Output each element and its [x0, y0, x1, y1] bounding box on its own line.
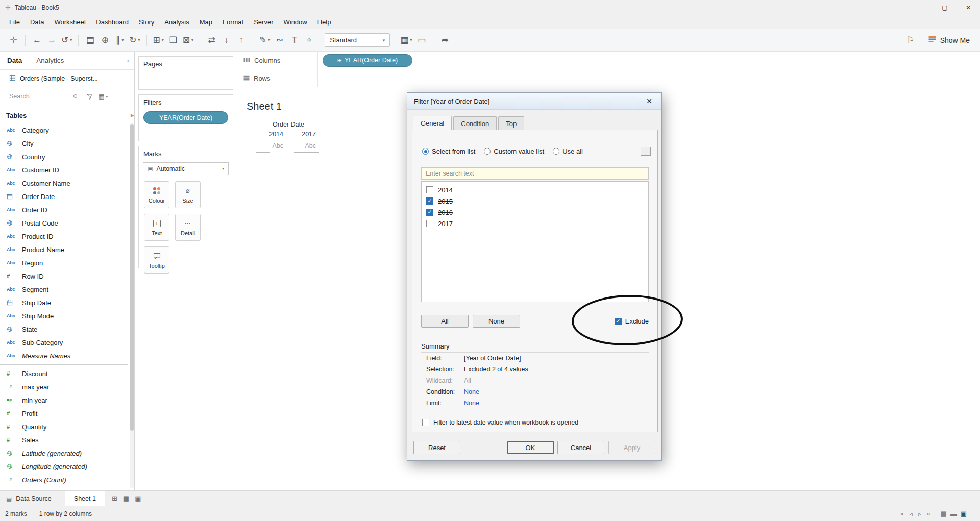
checkbox[interactable]: [422, 419, 429, 426]
value-item-2016[interactable]: 2016: [422, 207, 648, 218]
field-discount[interactable]: #Discount: [0, 367, 134, 380]
field-ship-mode[interactable]: AbcShip Mode: [0, 309, 134, 322]
tab-analytics[interactable]: Analytics: [29, 52, 71, 69]
field-min-year[interactable]: =#min year: [0, 393, 134, 407]
close-icon[interactable]: ✕: [644, 96, 655, 106]
rows-shelf-content[interactable]: [318, 69, 980, 87]
run-auto-updates-icon[interactable]: ↻▾: [127, 33, 142, 48]
field-customer-id[interactable]: AbcCustomer ID: [0, 163, 134, 177]
mark-type-select[interactable]: ▣ Automatic ▾: [143, 162, 229, 175]
sort-descending-icon[interactable]: ↑: [234, 33, 249, 48]
sort-ascending-icon[interactable]: ↓: [219, 33, 234, 48]
none-button[interactable]: None: [473, 315, 520, 328]
field-segment[interactable]: AbcSegment: [0, 283, 134, 296]
revert-icon[interactable]: ↺▾: [59, 33, 74, 48]
dialog-search-input[interactable]: Enter search text: [421, 167, 649, 180]
field-longitude-generated[interactable]: Longitude (generated): [0, 460, 134, 473]
group-members-icon[interactable]: ∾: [272, 33, 287, 48]
rows-shelf[interactable]: Rows: [236, 69, 980, 87]
all-button[interactable]: All: [421, 315, 469, 328]
search-input[interactable]: Search: [6, 91, 82, 102]
pause-auto-updates-icon[interactable]: ∥▾: [112, 33, 127, 48]
apply-button[interactable]: Apply: [608, 441, 655, 454]
scrollbar[interactable]: [130, 123, 134, 488]
viz-cell[interactable]: Abc: [288, 140, 321, 152]
field-category[interactable]: AbcCategory: [0, 123, 134, 137]
highlight-icon[interactable]: ✎▾: [257, 33, 272, 48]
field-quantity[interactable]: #Quantity: [0, 420, 134, 433]
field-ship-date[interactable]: Ship Date: [0, 296, 134, 309]
marks-button-tooltip[interactable]: Tooltip: [144, 246, 169, 274]
dialog-title-bar[interactable]: Filter [Year of Order Date] ✕: [407, 93, 662, 110]
radio-select-from-list[interactable]: Select from list: [422, 147, 475, 155]
dialog-tab-general[interactable]: General: [413, 116, 452, 130]
show-me-button[interactable]: Show Me: [928, 36, 974, 44]
share-workbook-icon[interactable]: ➦: [437, 33, 452, 48]
marks-button-detail[interactable]: •••Detail: [175, 214, 201, 241]
field-orders-count[interactable]: =#Orders (Count): [0, 473, 134, 486]
show-sheet-sorter-icon[interactable]: ▣: [961, 510, 967, 517]
dialog-tab-top[interactable]: Top: [498, 116, 524, 130]
show-mark-labels-icon[interactable]: T: [287, 33, 302, 48]
duplicate-sheet-icon[interactable]: ❏: [166, 33, 181, 48]
datasource-item[interactable]: Orders (Sample - Superst...: [0, 70, 134, 87]
value-item-2014[interactable]: 2014: [422, 184, 648, 195]
field-row-id[interactable]: #Row ID: [0, 269, 134, 283]
first-sheet-icon[interactable]: «: [900, 510, 904, 517]
columns-shelf[interactable]: Columns ⊞ YEAR(Order Date): [236, 52, 980, 69]
menu-analysis[interactable]: Analysis: [159, 16, 194, 29]
checkbox[interactable]: [426, 220, 433, 227]
columns-shelf-content[interactable]: ⊞ YEAR(Order Date): [318, 52, 980, 69]
field-postal-code[interactable]: Postal Code: [0, 216, 134, 230]
maximize-icon[interactable]: ▢: [933, 0, 957, 15]
tab-data[interactable]: Data: [0, 52, 29, 69]
list-menu-icon[interactable]: ≡: [641, 147, 651, 156]
checkbox[interactable]: [426, 186, 433, 193]
show-filmstrip-icon[interactable]: ▬: [950, 510, 957, 517]
cancel-button[interactable]: Cancel: [557, 441, 604, 454]
menu-server[interactable]: Server: [249, 16, 278, 29]
next-sheet-icon[interactable]: ▹: [918, 510, 921, 517]
minimize-icon[interactable]: —: [910, 0, 933, 15]
menu-worksheet[interactable]: Worksheet: [49, 16, 91, 29]
show-tabs-icon[interactable]: ▦: [940, 510, 946, 517]
collapse-pane-icon[interactable]: ‹: [122, 57, 134, 64]
field-order-date[interactable]: Order Date: [0, 190, 134, 203]
field-region[interactable]: AbcRegion: [0, 256, 134, 269]
menu-dashboard[interactable]: Dashboard: [91, 16, 134, 29]
redo-icon[interactable]: →: [44, 33, 59, 48]
radio-use-all[interactable]: Use all: [553, 147, 583, 155]
close-icon[interactable]: ✕: [957, 0, 980, 15]
field-sub-category[interactable]: AbcSub-Category: [0, 336, 134, 349]
menu-format[interactable]: Format: [217, 16, 249, 29]
value-list[interactable]: 2014201520162017: [421, 181, 649, 302]
field-product-id[interactable]: AbcProduct ID: [0, 230, 134, 243]
menu-file[interactable]: File: [4, 16, 25, 29]
dialog-tab-condition[interactable]: Condition: [453, 116, 497, 130]
last-sheet-icon[interactable]: »: [927, 510, 930, 517]
field-product-name[interactable]: AbcProduct Name: [0, 243, 134, 256]
sheet-tab-sheet1[interactable]: Sheet 1: [65, 491, 105, 506]
marks-button-size[interactable]: ⌀Size: [175, 181, 201, 208]
scrollbar-thumb[interactable]: [130, 124, 134, 431]
field-country[interactable]: Country: [0, 150, 134, 163]
menu-story[interactable]: Story: [134, 16, 159, 29]
field-max-year[interactable]: =#max year: [0, 380, 134, 393]
value-item-2017[interactable]: 2017: [422, 218, 648, 229]
tableau-logo-icon[interactable]: ✛: [6, 33, 21, 48]
radio-custom-value-list[interactable]: Custom value list: [484, 147, 544, 155]
undo-icon[interactable]: ←: [30, 33, 44, 48]
checkbox[interactable]: [426, 197, 433, 205]
new-dashboard-tab-icon[interactable]: ▦: [123, 494, 129, 502]
field-order-id[interactable]: AbcOrder ID: [0, 203, 134, 216]
field-profit[interactable]: #Profit: [0, 407, 134, 420]
menu-data[interactable]: Data: [25, 16, 49, 29]
reset-button[interactable]: Reset: [413, 441, 460, 454]
checkbox[interactable]: [426, 209, 433, 216]
viz-year[interactable]: 2017: [288, 130, 321, 140]
show-hide-cards-icon[interactable]: ▦▾: [398, 33, 414, 48]
clear-sheet-icon[interactable]: ⊠▾: [181, 33, 195, 48]
field-measure-names[interactable]: AbcMeasure Names: [0, 349, 134, 362]
expand-icon[interactable]: ⊞: [337, 58, 342, 63]
new-worksheet-tab-icon[interactable]: ⊞: [112, 494, 117, 502]
